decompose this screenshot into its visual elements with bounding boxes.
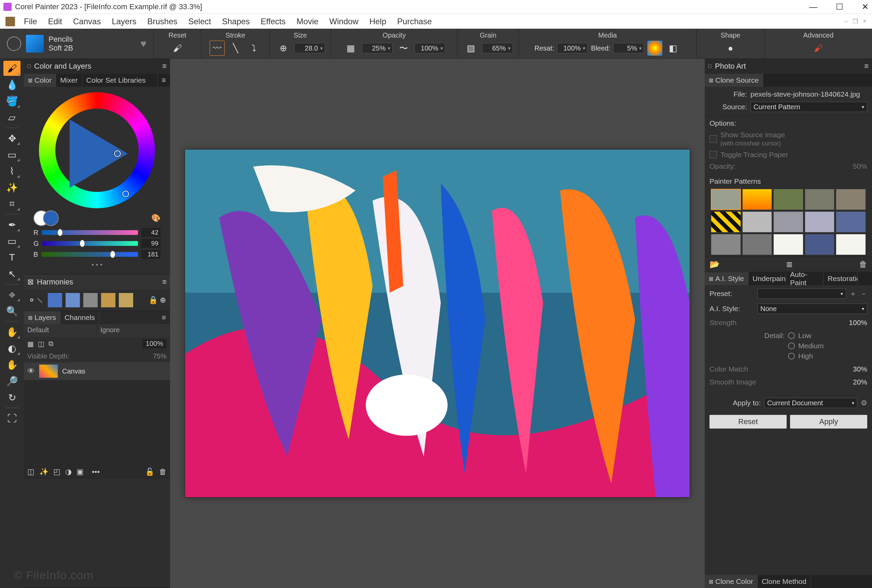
menu-canvas[interactable]: Canvas <box>67 15 106 28</box>
menu-layers[interactable]: Layers <box>106 15 142 28</box>
stroke-freehand-button[interactable]: 〰 <box>210 40 225 56</box>
sv-handle[interactable] <box>114 150 121 157</box>
pattern-thumb[interactable] <box>773 212 803 232</box>
tool-brush[interactable]: 🖌◢ <box>3 61 21 76</box>
stroke-line-button[interactable]: ╲ <box>228 40 243 56</box>
tab-restoration[interactable]: Restoration <box>824 272 858 285</box>
dock-dot-icon[interactable] <box>27 64 31 68</box>
pattern-thumb[interactable] <box>711 212 741 232</box>
open-pattern-icon[interactable]: 📂 <box>709 260 720 269</box>
tab-ai-style[interactable]: ⊠A.I. Style <box>705 272 748 285</box>
tab-color[interactable]: ⊠Color <box>24 74 56 87</box>
pattern-thumb[interactable] <box>805 189 835 210</box>
tabs-menu-icon[interactable]: ≡ <box>158 74 170 87</box>
layer-name[interactable]: Canvas <box>62 368 85 375</box>
tab-channels[interactable]: Channels <box>60 311 99 324</box>
tool-lasso[interactable]: ⌇◢ <box>3 164 21 178</box>
apply-to-select[interactable]: Current Document▾ <box>764 398 857 408</box>
preset-remove-icon[interactable]: － <box>860 289 867 298</box>
pattern-thumb[interactable] <box>711 189 741 210</box>
visibility-icon[interactable]: 👁 <box>27 367 35 376</box>
tab-colorset[interactable]: Color Set Libraries <box>82 74 158 87</box>
harmonies-close-icon[interactable]: ⊠ <box>27 278 33 286</box>
tool-dropper[interactable]: 💧 <box>3 77 21 92</box>
g-value[interactable]: 99 <box>141 239 160 248</box>
tool-paintbucket[interactable]: 🪣◢ <box>3 93 21 109</box>
mask-icon[interactable]: ◑ <box>65 468 72 476</box>
primary-color-swatch[interactable] <box>43 210 59 226</box>
pattern-thumb[interactable] <box>805 212 835 232</box>
preset-select[interactable]: ▾ <box>757 288 846 299</box>
more-icon[interactable]: ••• <box>92 468 100 476</box>
reset-button[interactable]: 🖌 <box>170 40 185 56</box>
menu-effects[interactable]: Effects <box>255 15 291 28</box>
shape-button[interactable]: ● <box>723 40 738 56</box>
pattern-thumb[interactable] <box>836 189 866 210</box>
tab-clone-color[interactable]: ⊠Clone Color <box>705 575 758 588</box>
tracing-check[interactable] <box>709 151 717 159</box>
r-value[interactable]: 42 <box>141 228 160 237</box>
color-wheel[interactable]: 🎨 R42 G99 B181 • • • <box>24 87 170 274</box>
layer-opacity-input[interactable]: 100% <box>142 339 166 348</box>
tool-wand[interactable]: ✨ <box>3 180 21 195</box>
fx-icon[interactable]: ✨ <box>39 468 48 476</box>
tool-adjust[interactable]: ✋◢ <box>3 324 21 339</box>
ai-style-select[interactable]: None▾ <box>757 303 867 314</box>
bleed-input[interactable]: 5%▾ <box>613 43 644 53</box>
detail-med-radio[interactable] <box>788 342 795 350</box>
tool-dodge[interactable]: ◐◢ <box>3 341 21 356</box>
b-slider[interactable] <box>41 252 138 257</box>
menu-edit[interactable]: Edit <box>43 15 67 28</box>
pattern-list-icon[interactable]: ≣ <box>786 260 793 269</box>
dock-dot-icon[interactable] <box>708 64 712 68</box>
canvas[interactable] <box>185 149 690 498</box>
tool-rect-shape[interactable]: ▭◢ <box>3 234 21 249</box>
favorite-icon[interactable]: ♥ <box>140 38 147 50</box>
canvas-area[interactable] <box>170 59 705 588</box>
resat-input[interactable]: 100%▾ <box>557 43 587 53</box>
doc-restore-icon[interactable]: ❐ <box>853 18 858 25</box>
blend-mode-select[interactable]: Default <box>24 324 97 337</box>
reset-button[interactable]: Reset <box>709 415 787 429</box>
color-options-icon[interactable]: 🎨 <box>151 214 160 223</box>
tool-pan[interactable]: ✋ <box>3 357 21 372</box>
pickup-icon[interactable]: ◫ <box>38 340 44 348</box>
tab-clone-source[interactable]: ⊠Clone Source <box>705 74 763 87</box>
menu-shapes[interactable]: Shapes <box>216 15 255 28</box>
color-swatches[interactable] <box>33 210 59 226</box>
clip-icon[interactable]: ◰ <box>53 468 60 476</box>
tool-screen-toggle[interactable]: ⛶ <box>3 411 21 426</box>
mask-mode-select[interactable]: Ignore <box>97 324 170 337</box>
b-value[interactable]: 181 <box>141 250 160 259</box>
maximize-button[interactable]: ☐ <box>836 2 843 12</box>
tool-rotate[interactable]: ↻ <box>3 390 21 405</box>
tool-text[interactable]: T <box>3 250 21 265</box>
size-icon[interactable]: ⊕ <box>276 40 291 56</box>
harmony-swatch[interactable] <box>101 293 115 308</box>
tool-pen[interactable]: ✒◢ <box>3 217 21 232</box>
media-invert-button[interactable]: ◧ <box>666 40 681 56</box>
tool-zoom[interactable]: 🔍 <box>3 303 21 319</box>
tab-clone-method[interactable]: Clone Method <box>758 575 811 588</box>
menu-file[interactable]: File <box>18 15 43 28</box>
harmony-mode-icon[interactable]: ⚬⟍ <box>28 295 44 306</box>
layers-list[interactable]: 👁 Canvas <box>24 362 170 465</box>
harmony-swatch[interactable] <box>48 293 62 308</box>
close-button[interactable]: ✕ <box>862 2 869 12</box>
r-slider[interactable] <box>42 230 138 235</box>
doc-close-icon[interactable]: × <box>863 18 866 25</box>
tool-pointer[interactable]: ↖◢ <box>3 266 21 281</box>
opacity-expr-input[interactable]: 100%▾ <box>415 43 445 53</box>
advanced-button[interactable]: 🖌 <box>811 40 826 56</box>
layer-fx-icon[interactable]: ⧉ <box>48 340 53 348</box>
panel-menu-icon[interactable]: ≡ <box>162 62 166 70</box>
pattern-thumb[interactable] <box>836 212 866 232</box>
tab-autopaint[interactable]: Auto-Paint <box>786 272 824 285</box>
tool-magnifier[interactable]: 🔎 <box>3 374 21 388</box>
layer-row[interactable]: 👁 Canvas <box>24 362 170 380</box>
tool-clone[interactable]: ⎆◢ <box>3 287 21 302</box>
detail-high-radio[interactable] <box>788 353 795 360</box>
panel-menu-icon[interactable]: ≡ <box>864 62 869 70</box>
group-icon[interactable]: ▣ <box>76 468 84 476</box>
menu-help[interactable]: Help <box>364 15 392 28</box>
